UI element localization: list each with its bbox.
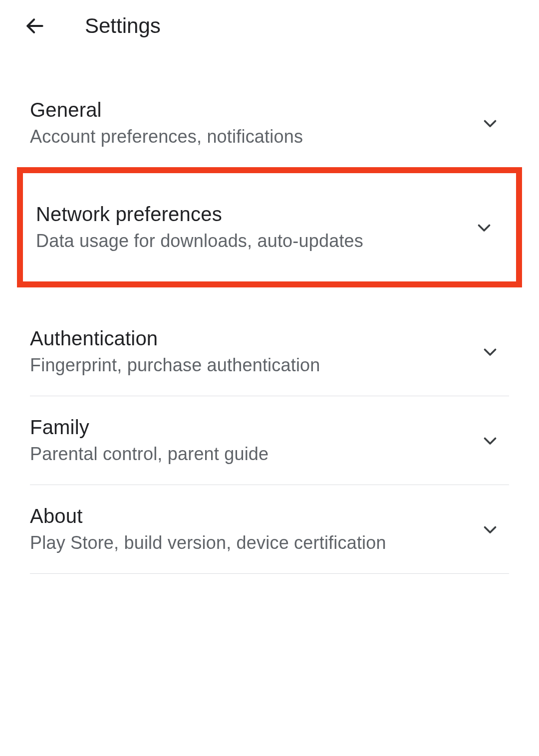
back-button[interactable] [24,15,46,37]
settings-item-text: General Account preferences, notificatio… [30,99,471,147]
expand-icon-wrapper [481,114,499,132]
settings-item-title: Family [30,416,471,439]
settings-item-about[interactable]: About Play Store, build version, device … [0,485,539,573]
settings-item-text: Authentication Fingerprint, purchase aut… [30,327,471,376]
settings-item-title: General [30,99,471,121]
settings-item-subtitle: Play Store, build version, device certif… [30,532,471,553]
settings-item-text: About Play Store, build version, device … [30,505,471,553]
settings-item-subtitle: Fingerprint, purchase authentication [30,355,471,376]
chevron-down-icon [481,432,499,450]
settings-item-text: Family Parental control, parent guide [30,416,471,465]
settings-item-subtitle: Data usage for downloads, auto-updates [36,231,465,252]
page-title: Settings [85,14,161,38]
chevron-down-icon [481,114,499,132]
settings-item-family[interactable]: Family Parental control, parent guide [0,396,539,485]
chevron-down-icon [481,520,499,538]
settings-item-title: Network preferences [36,203,465,226]
settings-item-subtitle: Parental control, parent guide [30,444,471,465]
settings-item-text: Network preferences Data usage for downl… [36,203,465,252]
expand-icon-wrapper [481,343,499,361]
expand-icon-wrapper [475,219,493,237]
chevron-down-icon [481,343,499,361]
settings-item-network-preferences[interactable]: Network preferences Data usage for downl… [17,167,522,287]
expand-icon-wrapper [481,520,499,538]
arrow-left-icon [24,15,46,37]
settings-list: General Account preferences, notificatio… [0,52,539,574]
divider [30,573,509,574]
settings-item-title: About [30,505,471,527]
spacer [0,287,539,307]
expand-icon-wrapper [481,432,499,450]
settings-item-general[interactable]: General Account preferences, notificatio… [0,79,539,167]
settings-item-subtitle: Account preferences, notifications [30,126,471,147]
chevron-down-icon [475,219,493,237]
header: Settings [0,0,539,52]
settings-item-authentication[interactable]: Authentication Fingerprint, purchase aut… [0,307,539,396]
settings-item-title: Authentication [30,327,471,350]
